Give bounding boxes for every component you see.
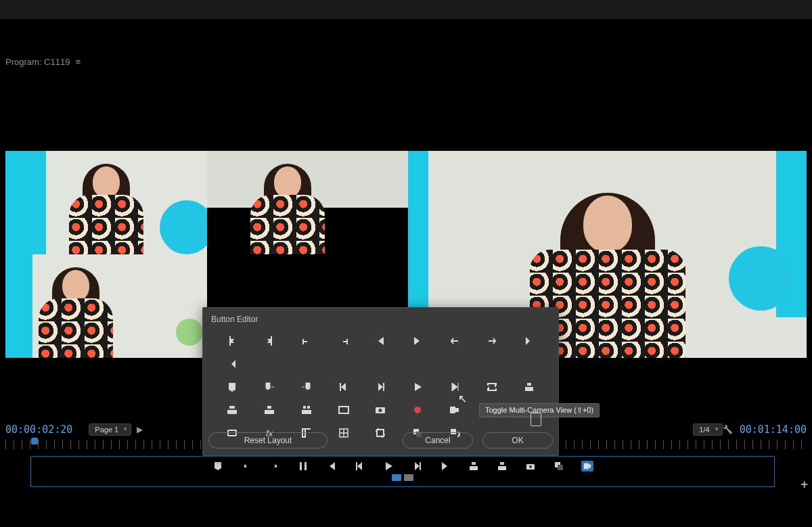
mark-clip-in-icon[interactable] [288, 329, 325, 352]
timecode-current[interactable]: 00:00:02:20 [5, 423, 72, 436]
program-monitor-tab[interactable]: Program: C1119 ≡ [5, 57, 81, 67]
svg-rect-12 [589, 464, 591, 467]
go-to-out-icon[interactable] [399, 329, 436, 352]
page-next-icon[interactable]: ▶ [137, 425, 143, 434]
insert-icon[interactable] [214, 398, 251, 421]
page-selector-label: Page 1 [95, 426, 118, 434]
mark-in-button[interactable] [240, 461, 252, 472]
divider-icon [297, 461, 309, 472]
go-next-icon[interactable] [473, 329, 510, 352]
zoom-selector[interactable]: 1/4 [693, 423, 722, 436]
svg-rect-21 [303, 406, 306, 409]
program-label: Program: C1119 [5, 57, 70, 67]
app-titlebar [0, 0, 812, 19]
svg-rect-5 [498, 466, 506, 470]
record-icon[interactable] [399, 398, 436, 421]
svg-rect-1 [304, 462, 307, 470]
overwrite-button[interactable] [496, 461, 508, 472]
multi-camera-toggle[interactable] [581, 461, 593, 472]
svg-point-8 [529, 465, 532, 468]
svg-rect-14 [383, 383, 384, 391]
button-editor-title: Button Editor [203, 308, 558, 328]
add-button-icon[interactable]: + [800, 478, 808, 492]
marker-next-icon[interactable] [251, 375, 288, 398]
go-to-in-button[interactable] [325, 461, 338, 472]
go-prev-icon[interactable] [436, 329, 474, 352]
svg-rect-6 [500, 462, 504, 465]
svg-rect-17 [229, 406, 235, 409]
play-icon[interactable] [399, 375, 436, 398]
svg-point-25 [379, 409, 382, 412]
svg-rect-20 [302, 410, 311, 414]
ok-button[interactable]: OK [482, 432, 553, 449]
marker-prev-icon[interactable] [288, 375, 325, 398]
svg-rect-22 [307, 406, 310, 409]
panel-menu-icon[interactable]: ≡ [75, 57, 81, 67]
svg-rect-16 [227, 410, 237, 414]
multicam-angle-3[interactable] [5, 254, 207, 358]
go-to-in-icon[interactable] [362, 329, 399, 352]
timecode-duration[interactable]: 00:01:14:00 [740, 423, 807, 436]
step-fwd-icon[interactable] [362, 375, 399, 398]
button-editor-grid: fx [203, 328, 558, 446]
svg-rect-23 [339, 407, 348, 413]
multicam-indicator [392, 474, 413, 481]
overlay-button[interactable] [553, 461, 565, 472]
lift-icon[interactable] [510, 375, 547, 398]
go-to-out-button[interactable] [439, 461, 451, 472]
multi-camera-icon[interactable] [436, 398, 474, 421]
transport-bar [30, 456, 775, 487]
replace-icon[interactable] [288, 398, 325, 421]
step-edit-fwd-icon[interactable] [510, 329, 547, 352]
insert-button[interactable] [468, 461, 480, 472]
loop-icon[interactable] [473, 375, 510, 398]
play-button[interactable] [382, 461, 394, 472]
svg-rect-0 [300, 462, 302, 470]
svg-rect-11 [584, 463, 589, 469]
svg-rect-13 [340, 383, 341, 391]
drag-ghost-icon [531, 413, 541, 426]
mark-out-icon[interactable] [251, 329, 288, 352]
step-edit-back-icon[interactable] [214, 352, 251, 375]
svg-rect-28 [455, 408, 459, 412]
svg-rect-10 [558, 465, 563, 470]
svg-rect-15 [525, 387, 533, 391]
svg-rect-3 [420, 462, 421, 470]
svg-rect-19 [267, 406, 271, 409]
play-in-out-icon[interactable] [436, 375, 474, 398]
button-editor-panel: Button Editor fx [202, 307, 559, 456]
mark-clip-out-icon[interactable] [325, 329, 362, 352]
overwrite-icon[interactable] [251, 398, 288, 421]
svg-point-26 [414, 407, 421, 413]
svg-rect-18 [265, 410, 274, 414]
svg-rect-2 [356, 462, 357, 470]
svg-rect-27 [450, 407, 455, 413]
page-selector[interactable]: Page 1 [89, 423, 131, 436]
multicam-angle-1[interactable] [5, 151, 207, 254]
settings-icon[interactable]: 🔧 [723, 425, 733, 434]
svg-rect-4 [470, 466, 478, 470]
safe-margins-icon[interactable] [325, 398, 362, 421]
step-back-icon[interactable] [325, 375, 362, 398]
mark-out-button[interactable] [269, 461, 281, 472]
cancel-button[interactable]: Cancel [403, 432, 473, 449]
add-marker-button[interactable] [212, 461, 224, 472]
mark-in-icon[interactable] [214, 329, 251, 352]
step-back-button[interactable] [354, 461, 366, 472]
snapshot-button[interactable] [524, 461, 537, 472]
zoom-label: 1/4 [699, 426, 709, 434]
add-marker-icon[interactable] [214, 375, 251, 398]
multicam-angle-2[interactable] [207, 151, 409, 254]
snapshot-icon[interactable] [362, 398, 399, 421]
step-fwd-button[interactable] [411, 461, 423, 472]
reset-layout-button[interactable]: Reset Layout [208, 432, 328, 449]
playhead[interactable] [31, 438, 38, 444]
